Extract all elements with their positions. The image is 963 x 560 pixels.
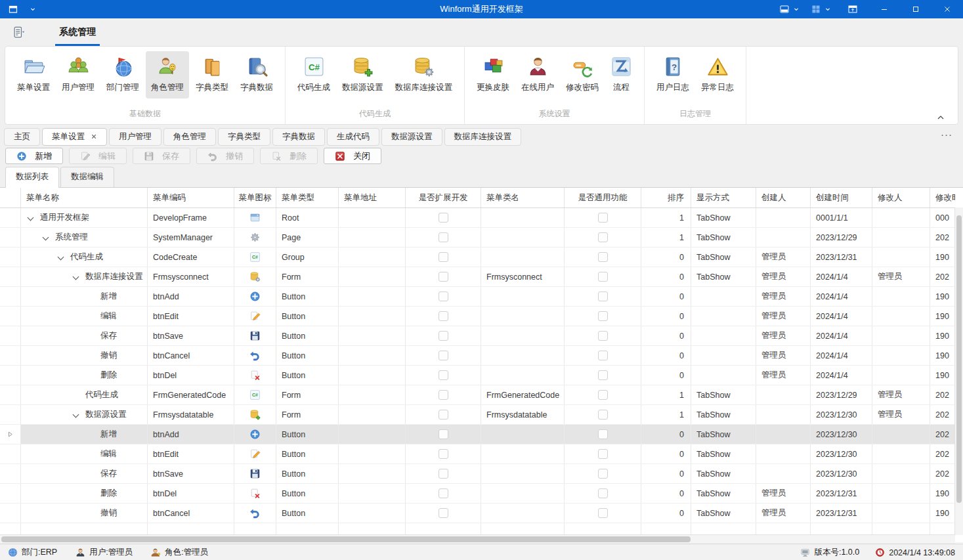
doc-tab[interactable]: 主页	[4, 128, 40, 146]
expand-chevron-icon[interactable]	[72, 410, 81, 420]
table-row[interactable]: 删除btnDelButton0TabShow管理员2023/12/31190	[0, 484, 963, 504]
common-func-checkbox[interactable]	[598, 311, 608, 321]
extend-dev-checkbox[interactable]	[439, 252, 448, 262]
common-func-checkbox[interactable]	[598, 331, 608, 341]
table-row[interactable]: 代码生成CodeCreateC#Group0TabShow管理员2023/12/…	[0, 248, 963, 267]
tab-close-icon[interactable]	[91, 133, 97, 140]
table-row[interactable]: 新增btnAddButton0管理员2024/1/4190	[0, 287, 963, 307]
ribbon-item[interactable]: 修改密码	[561, 51, 604, 98]
common-func-checkbox[interactable]	[598, 272, 608, 282]
extend-dev-checkbox[interactable]	[439, 331, 448, 341]
doc-tab[interactable]: 用户管理	[109, 128, 161, 146]
common-func-checkbox[interactable]	[598, 429, 608, 439]
extend-dev-checkbox[interactable]	[439, 311, 448, 321]
extend-dev-checkbox[interactable]	[439, 449, 448, 459]
ribbon-item[interactable]: C#代码生成	[292, 51, 335, 98]
column-header[interactable]: 是否扩展开发	[406, 188, 481, 207]
app-window-icon[interactable]	[8, 4, 18, 14]
close-button[interactable]	[931, 0, 963, 18]
extend-dev-checkbox[interactable]	[439, 508, 448, 518]
view-tab[interactable]: 数据列表	[5, 167, 59, 188]
horizontal-scrollbar-thumb[interactable]	[1, 536, 691, 542]
common-func-checkbox[interactable]	[598, 351, 608, 360]
vertical-scrollbar[interactable]	[954, 207, 963, 535]
extend-dev-checkbox[interactable]	[439, 410, 448, 420]
common-func-checkbox[interactable]	[598, 469, 608, 479]
table-row[interactable]: 保存btnSaveButton0管理员2024/1/4190	[0, 326, 963, 346]
expand-chevron-icon[interactable]	[72, 272, 81, 282]
table-row[interactable]: 代码生成FrmGeneratedCodeC#FormFrmGeneratedCo…	[0, 385, 963, 405]
table-row[interactable]: 系统管理SystemManagerPage1TabShow2023/12/292…	[0, 228, 963, 248]
ribbon-item[interactable]: 用户管理	[56, 51, 100, 98]
extend-dev-checkbox[interactable]	[439, 351, 448, 360]
ribbon-item[interactable]: 菜单设置	[12, 51, 55, 98]
extend-dev-checkbox[interactable]	[439, 429, 448, 439]
ribbon-item[interactable]: 字典类型	[190, 51, 234, 98]
extend-dev-checkbox[interactable]	[439, 488, 448, 498]
column-header[interactable]: 显示方式	[691, 188, 756, 207]
column-header[interactable]: 菜单图标	[234, 188, 276, 207]
extend-dev-checkbox[interactable]	[439, 469, 448, 479]
column-header[interactable]: 菜单类型	[276, 188, 339, 207]
ribbon-item[interactable]: 字典数据	[235, 51, 278, 98]
close-tab-button[interactable]: 关闭	[324, 148, 381, 164]
theme-palette-button[interactable]	[805, 0, 837, 18]
ribbon-item[interactable]: 角色管理	[146, 51, 189, 98]
common-func-checkbox[interactable]	[598, 213, 608, 223]
dock-panel-button[interactable]	[837, 0, 868, 18]
ribbon-tab-system-manage[interactable]: 系统管理	[53, 18, 102, 46]
table-row[interactable]: 编辑btnEditButton0管理员2024/1/4190	[0, 307, 963, 326]
table-row[interactable]: 新增btnAddButton0TabShow2023/12/30202	[0, 425, 963, 444]
ribbon-item[interactable]: ?用户日志	[651, 51, 695, 98]
column-header[interactable]: 菜单编码	[148, 188, 234, 207]
doc-tab[interactable]: 数据源设置	[381, 128, 442, 146]
maximize-button[interactable]	[900, 0, 931, 18]
tab-overflow-button[interactable]: ···	[941, 129, 952, 140]
application-menu-button[interactable]	[12, 18, 29, 46]
doc-tab[interactable]: 角色管理	[163, 128, 216, 146]
table-row[interactable]: 编辑btnEditButton0TabShow2023/12/30202	[0, 444, 963, 464]
expand-chevron-icon[interactable]	[41, 233, 51, 242]
table-row[interactable]: 保存btnSaveButton0TabShow2023/12/30202	[0, 464, 963, 484]
ribbon-item[interactable]: 部门管理	[101, 51, 144, 98]
column-header[interactable]: 修改时	[930, 188, 955, 207]
extend-dev-checkbox[interactable]	[439, 232, 448, 242]
table-row[interactable]: 数据源设置FrmsysdatatableFormFrmsysdatatable1…	[0, 405, 963, 425]
ribbon-collapse-chevron-icon[interactable]	[935, 113, 946, 121]
doc-tab[interactable]: 数据库连接设置	[444, 128, 522, 146]
ribbon-item[interactable]: 流程	[605, 51, 637, 98]
doc-tab[interactable]: 菜单设置	[42, 128, 107, 146]
table-row[interactable]: 通用开发框架DevelopFrameRoot1TabShow0001/1/100…	[0, 208, 963, 228]
ribbon-item[interactable]: 异常日志	[696, 51, 739, 98]
column-header[interactable]: 是否通用功能	[565, 188, 641, 207]
doc-tab[interactable]: 字典数据	[272, 128, 325, 146]
column-header[interactable]: 创建时间	[811, 188, 872, 207]
ribbon-item[interactable]: 数据库连接设置	[390, 51, 458, 98]
common-func-checkbox[interactable]	[598, 291, 608, 301]
skin-select-button[interactable]	[774, 0, 805, 18]
column-header[interactable]: 菜单地址	[339, 188, 406, 207]
table-row[interactable]: 删除btnDelButton0管理员2024/1/4190	[0, 366, 963, 385]
add-button[interactable]: 新增	[5, 148, 63, 164]
common-func-checkbox[interactable]	[598, 390, 608, 400]
common-func-checkbox[interactable]	[598, 252, 608, 262]
extend-dev-checkbox[interactable]	[439, 390, 448, 400]
extend-dev-checkbox[interactable]	[439, 213, 448, 223]
ribbon-item[interactable]: 更换皮肤	[471, 51, 515, 98]
column-header[interactable]: 创建人	[756, 188, 811, 207]
common-func-checkbox[interactable]	[598, 488, 608, 498]
column-header[interactable]: 修改人	[872, 188, 930, 207]
common-func-checkbox[interactable]	[598, 508, 608, 518]
expand-chevron-icon[interactable]	[26, 213, 35, 223]
quick-access-chevron-icon[interactable]	[29, 5, 37, 13]
expand-chevron-icon[interactable]	[56, 253, 66, 262]
common-func-checkbox[interactable]	[598, 370, 608, 380]
minimize-button[interactable]	[868, 0, 900, 18]
table-row[interactable]: 数据库连接设置FrmsysconnectFormFrmsysconnect0Ta…	[0, 267, 963, 287]
doc-tab[interactable]: 字典类型	[218, 128, 270, 146]
ribbon-item[interactable]: 数据源设置	[337, 51, 389, 98]
column-header[interactable]: 排序	[641, 188, 691, 207]
vertical-scrollbar-thumb[interactable]	[956, 215, 962, 503]
column-header[interactable]: 菜单名称	[21, 188, 148, 207]
ribbon-item[interactable]: 在线用户	[516, 51, 559, 98]
